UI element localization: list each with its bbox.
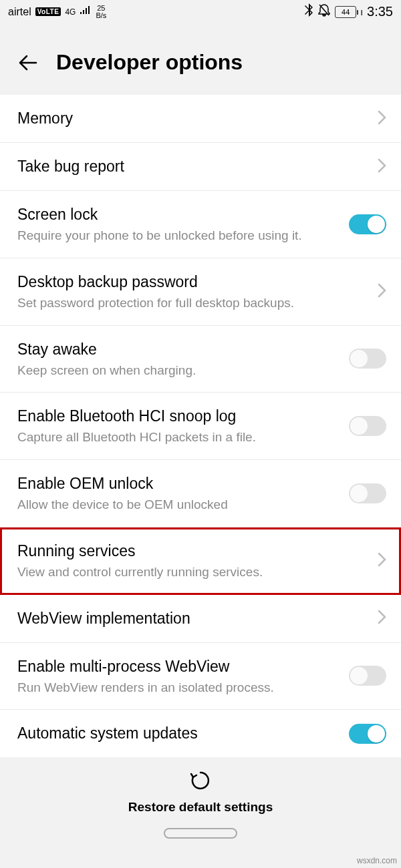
chevron-right-icon (377, 158, 386, 176)
row-title: Stay awake (17, 339, 337, 360)
back-button[interactable] (16, 51, 40, 75)
row-text: Memory (17, 108, 377, 129)
row-subtitle: Keep screen on when charging. (17, 363, 337, 379)
network-type: 4G (65, 7, 76, 17)
row-text: Take bug report (17, 156, 377, 177)
row-screen-lock[interactable]: Screen lock Require your phone to be unl… (0, 191, 401, 258)
row-subtitle: Run WebView renders in an isolated proce… (17, 680, 337, 696)
restore-label: Restore default settings (128, 800, 273, 815)
watermark: wsxdn.com (357, 856, 397, 865)
row-subtitle: Set password protection for full desktop… (17, 295, 365, 312)
row-title: Memory (17, 108, 365, 129)
restore-defaults-button[interactable]: Restore default settings (0, 769, 401, 815)
row-text: Running services View and control curren… (17, 541, 377, 581)
page-title: Developer options (56, 50, 243, 75)
status-bar: airtel VoLTE 4G 25 B/s 44 ı 3:35 (0, 0, 401, 23)
row-auto-update[interactable]: Automatic system updates (0, 710, 401, 757)
row-title: Automatic system updates (17, 723, 337, 744)
dnd-icon (317, 3, 331, 20)
footer-bar: Restore default settings (0, 757, 401, 845)
row-bt-hci[interactable]: Enable Bluetooth HCI snoop log Capture a… (0, 393, 401, 460)
clock: 3:35 (367, 4, 393, 19)
row-title: Enable Bluetooth HCI snoop log (17, 406, 337, 427)
row-title: Screen lock (17, 204, 337, 225)
row-text: Screen lock Require your phone to be unl… (17, 204, 349, 244)
toggle-screen-lock[interactable] (349, 214, 386, 234)
battery-level: 44 (342, 8, 350, 16)
battery-icon: 44 (335, 6, 356, 18)
chevron-right-icon (377, 110, 386, 128)
chevron-right-icon (377, 609, 386, 628)
row-desktop-backup[interactable]: Desktop backup password Set password pro… (0, 258, 401, 326)
battery-bar-icon: ı (360, 7, 363, 17)
toggle-bt-hci[interactable] (349, 416, 386, 436)
row-oem-unlock[interactable]: Enable OEM unlock Allow the device to be… (0, 460, 401, 527)
restore-icon (189, 769, 212, 795)
row-text: Automatic system updates (17, 723, 349, 744)
row-subtitle: Require your phone to be unlocked before… (17, 228, 337, 244)
speed-value: 25 (97, 5, 105, 12)
toggle-oem-unlock[interactable] (349, 483, 386, 503)
row-multi-webview[interactable]: Enable multi-process WebView Run WebView… (0, 643, 401, 710)
row-text: Enable Bluetooth HCI snoop log Capture a… (17, 406, 349, 446)
row-text: Enable OEM unlock Allow the device to be… (17, 473, 349, 513)
row-text: Enable multi-process WebView Run WebView… (17, 656, 349, 696)
row-webview[interactable]: WebView implementation (0, 595, 401, 643)
page-header: Developer options (0, 23, 401, 95)
toggle-stay-awake[interactable] (349, 349, 386, 369)
volte-badge: VoLTE (35, 7, 61, 16)
chevron-right-icon (377, 552, 386, 570)
chevron-right-icon (377, 282, 386, 301)
row-text: Stay awake Keep screen on when charging. (17, 339, 349, 379)
signal-icon (80, 5, 92, 19)
row-subtitle: Capture all Bluetooth HCI packets in a f… (17, 429, 337, 446)
row-memory[interactable]: Memory (0, 95, 401, 143)
bluetooth-icon (304, 3, 313, 20)
row-running-services[interactable]: Running services View and control curren… (0, 527, 401, 595)
row-subtitle: View and control currently running servi… (17, 564, 365, 581)
status-right: 44 ı 3:35 (304, 3, 393, 20)
settings-list: Memory Take bug report Screen lock Requi… (0, 95, 401, 757)
row-title: Enable OEM unlock (17, 473, 337, 494)
row-title: Take bug report (17, 156, 365, 177)
status-left: airtel VoLTE 4G 25 B/s (8, 5, 106, 19)
row-title: Running services (17, 541, 365, 562)
carrier-label: airtel (8, 6, 31, 18)
toggle-multi-webview[interactable] (349, 666, 386, 686)
toggle-auto-update[interactable] (349, 724, 386, 744)
home-indicator[interactable] (164, 828, 237, 839)
row-stay-awake[interactable]: Stay awake Keep screen on when charging. (0, 326, 401, 393)
row-title: Desktop backup password (17, 272, 365, 292)
speed-unit: B/s (96, 12, 106, 19)
row-bug-report[interactable]: Take bug report (0, 143, 401, 191)
row-subtitle: Allow the device to be OEM unlocked (17, 497, 337, 513)
row-text: Desktop backup password Set password pro… (17, 272, 377, 312)
row-title: Enable multi-process WebView (17, 656, 337, 677)
network-speed: 25 B/s (96, 5, 106, 19)
row-title: WebView implementation (17, 608, 365, 629)
row-text: WebView implementation (17, 608, 377, 629)
